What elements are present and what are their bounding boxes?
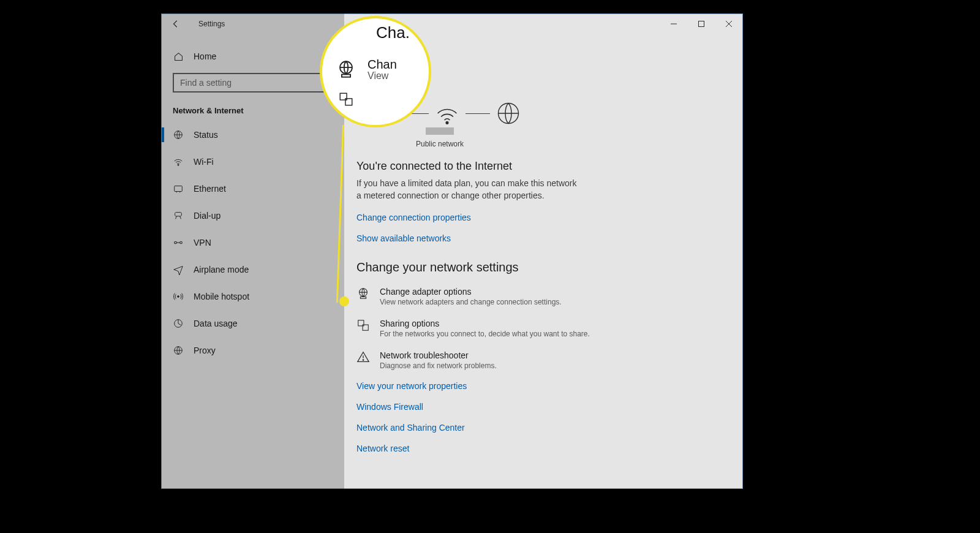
sidebar-item-label: Wi-Fi (194, 157, 214, 167)
sidebar-item-status[interactable]: Status (162, 121, 344, 148)
svg-rect-22 (342, 75, 350, 77)
sidebar-item-datausage[interactable]: Data usage (162, 310, 344, 337)
magnifier-callout: Cha. Chan View (320, 16, 431, 127)
home-icon (173, 51, 184, 62)
svg-point-5 (178, 165, 179, 166)
option-title: Sharing options (380, 319, 590, 328)
settings-window: Settings Home Network & Internet Status (161, 13, 743, 489)
status-icon (173, 129, 184, 140)
svg-point-8 (180, 241, 183, 244)
link-change-connection-properties[interactable]: Change connection properties (356, 213, 742, 222)
connected-heading: You're connected to the Internet (356, 160, 742, 173)
magnifier-heading-fragment: Cha. (376, 23, 410, 42)
adapter-icon (356, 287, 370, 300)
sidebar-item-ethernet[interactable]: Ethernet (162, 175, 344, 202)
close-button[interactable] (715, 14, 742, 34)
option-desc: For the networks you connect to, decide … (380, 330, 590, 338)
sidebar-item-airplane[interactable]: Airplane mode (162, 256, 344, 283)
network-graphic (372, 100, 742, 127)
sidebar-item-label: Dial-up (194, 211, 221, 221)
option-sharing[interactable]: Sharing options For the networks you con… (356, 319, 742, 338)
link-windows-firewall[interactable]: Windows Firewall (356, 402, 742, 412)
datausage-icon (173, 318, 184, 329)
svg-rect-6 (175, 186, 183, 192)
troubleshoot-icon (356, 350, 370, 364)
sidebar-item-label: Status (194, 130, 218, 140)
sidebar-item-label: Data usage (194, 319, 238, 328)
sidebar: Home Network & Internet Status Wi-Fi Eth… (162, 34, 344, 488)
back-button[interactable] (167, 15, 185, 33)
proxy-icon (173, 345, 184, 356)
ethernet-icon (173, 183, 184, 194)
option-change-adapter[interactable]: Change adapter options View network adap… (356, 287, 742, 306)
svg-rect-1 (698, 21, 704, 27)
adapter-icon-zoom (336, 59, 358, 81)
search-box[interactable] (173, 73, 333, 93)
link-view-network-properties[interactable]: View your network properties (356, 381, 742, 391)
sharing-icon-zoom (338, 91, 355, 108)
connected-body: If you have a limited data plan, you can… (356, 178, 583, 202)
option-title: Network troubleshooter (380, 350, 497, 360)
magnifier-option-title: Chan (368, 58, 397, 70)
sidebar-item-proxy[interactable]: Proxy (162, 337, 344, 364)
hotspot-icon (173, 291, 184, 302)
svg-point-7 (175, 241, 177, 244)
option-desc: View network adapters and change connect… (380, 298, 562, 306)
sidebar-item-label: VPN (194, 238, 211, 248)
maximize-button[interactable] (687, 14, 715, 34)
titlebar: Settings (162, 14, 742, 34)
vpn-icon (173, 237, 184, 248)
svg-rect-16 (360, 297, 366, 299)
sidebar-home[interactable]: Home (162, 45, 344, 68)
magnifier-option-sub: View (368, 70, 397, 81)
sharing-icon (356, 319, 370, 332)
globe-graphic-icon (495, 100, 522, 127)
search-input[interactable] (173, 73, 333, 93)
svg-point-9 (178, 296, 179, 298)
dialup-icon (173, 210, 184, 221)
link-network-sharing-center[interactable]: Network and Sharing Center (356, 423, 742, 433)
wifi-icon (173, 156, 184, 167)
sidebar-item-label: Proxy (194, 346, 216, 355)
sidebar-item-hotspot[interactable]: Mobile hotspot (162, 283, 344, 310)
window-title: Settings (198, 20, 225, 28)
sidebar-item-dialup[interactable]: Dial-up (162, 202, 344, 229)
sidebar-item-vpn[interactable]: VPN (162, 229, 344, 256)
option-desc: Diagnose and fix network problems. (380, 361, 497, 370)
network-type-label: Public network (416, 140, 464, 148)
sidebar-category: Network & Internet (162, 101, 344, 121)
option-troubleshooter[interactable]: Network troubleshooter Diagnose and fix … (356, 350, 742, 370)
minimize-button[interactable] (660, 14, 687, 34)
wifi-graphic-icon (434, 100, 461, 127)
link-network-reset[interactable]: Network reset (356, 444, 742, 453)
link-show-available-networks[interactable]: Show available networks (356, 233, 742, 243)
svg-point-13 (446, 122, 448, 124)
redacted-ssid (426, 127, 454, 135)
sidebar-item-wifi[interactable]: Wi-Fi (162, 148, 344, 175)
svg-point-20 (363, 360, 363, 360)
airplane-icon (173, 264, 184, 275)
sidebar-item-label: Ethernet (194, 184, 226, 194)
sidebar-home-label: Home (194, 51, 216, 61)
sidebar-item-label: Mobile hotspot (194, 292, 249, 301)
option-title: Change adapter options (380, 287, 562, 297)
sidebar-item-label: Airplane mode (194, 265, 249, 274)
network-label-block: Public network (415, 127, 464, 149)
change-settings-heading: Change your network settings (356, 260, 742, 274)
callout-dot (339, 297, 349, 306)
